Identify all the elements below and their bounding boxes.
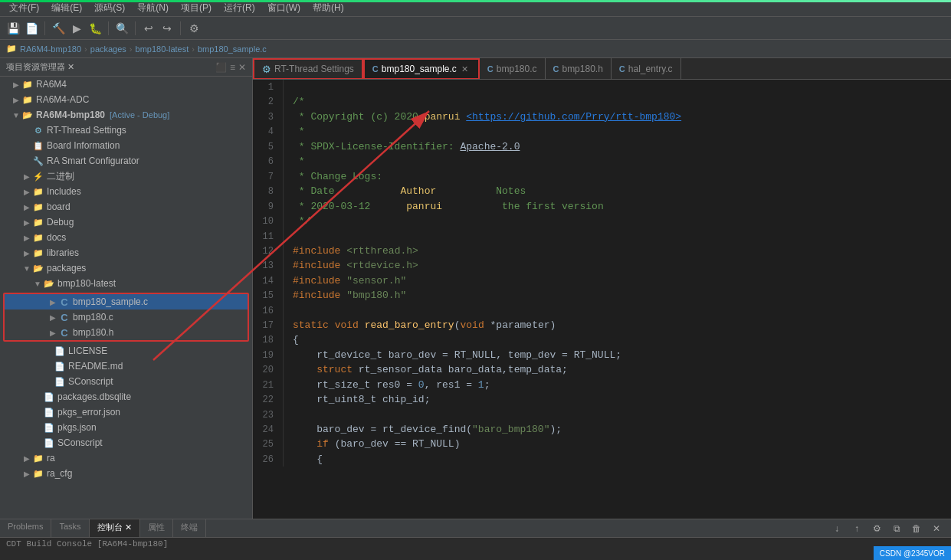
- tree-item-bmp180-latest[interactable]: ▼ 📂 bmp180-latest: [0, 276, 252, 291]
- tree-item-ra6m4-bmp180[interactable]: ▼ 📂 RA6M4-bmp180 [Active - Debug]: [0, 107, 252, 123]
- code-line-25: 25 if (baro_dev == RT_NULL): [253, 437, 951, 452]
- panel-menu-icon[interactable]: ≡: [230, 62, 235, 73]
- board-icon: 📋: [32, 139, 44, 152]
- toolbar-undo[interactable]: ↩: [140, 20, 157, 37]
- menu-help[interactable]: 帮助(H): [307, 0, 350, 16]
- ra-icon: 🔧: [32, 155, 44, 167]
- tree-arrow: ▶: [21, 470, 32, 478]
- tree-item-bmp180-h[interactable]: ▶ C bmp180.h: [5, 325, 248, 340]
- panel-collapse-icon[interactable]: ⬛: [215, 62, 227, 73]
- tab-bmp180-sample[interactable]: C bmp180_sample.c ✕: [363, 58, 480, 80]
- bottom-arrow-up[interactable]: ↑: [848, 520, 865, 537]
- file-icon: 📄: [43, 391, 55, 403]
- tab-hal-entry[interactable]: C hal_entry.c: [612, 58, 681, 80]
- bottom-copy[interactable]: ⧉: [888, 520, 905, 537]
- tree-item-readme[interactable]: 📄 README.md: [0, 359, 252, 374]
- tree-item-sconscript2[interactable]: 📄 SConscript: [0, 374, 252, 389]
- folder-icon: 📁: [21, 93, 34, 106]
- tree-item-libraries[interactable]: ▶ 📁 libraries: [0, 245, 252, 260]
- breadcrumb: 📁 RA6M4-bmp180 › packages › bmp180-lates…: [0, 40, 951, 58]
- toolbar-search[interactable]: 🔍: [113, 20, 130, 37]
- code-line-5: 5 * SPDX-License-Identifier: Apache-2.0: [253, 139, 951, 155]
- toolbar-build[interactable]: 🔨: [50, 20, 67, 37]
- tree-item-ra[interactable]: ▶ 📁 ra: [0, 450, 252, 466]
- tree-label: ra_cfg: [47, 468, 72, 479]
- bottom-tab-properties[interactable]: 属性: [140, 519, 173, 537]
- bottom-arrow-down[interactable]: ↓: [828, 520, 845, 537]
- tree-item-ra6m4[interactable]: ▶ 📁 RA6M4: [0, 77, 252, 92]
- tree-item-bmp180-sample[interactable]: ▶ C bmp180_sample.c: [5, 294, 248, 309]
- tree-label: bmp180.h: [73, 327, 113, 338]
- tree-item-binary[interactable]: ▶ ⚡ 二进制: [0, 169, 252, 184]
- toolbar-run[interactable]: ▶: [68, 20, 85, 37]
- tree-item-debug[interactable]: ▶ 📁 Debug: [0, 215, 252, 230]
- code-line-8: 8 * Date Author Notes: [253, 184, 951, 199]
- tab-rt-thread-settings[interactable]: ⚙ RT-Thread Settings: [253, 58, 363, 80]
- tree-item-packages[interactable]: ▼ 📂 packages: [0, 260, 252, 276]
- bottom-settings[interactable]: ⚙: [868, 520, 885, 537]
- tree-item-includes[interactable]: ▶ 📁 Includes: [0, 184, 252, 199]
- tab-bmp180-c[interactable]: C bmp180.c: [480, 58, 546, 80]
- tree-arrow: ▼: [21, 264, 32, 273]
- tree-item-ra-cfg[interactable]: ▶ 📁 ra_cfg: [0, 466, 252, 481]
- menu-window[interactable]: 窗口(W): [261, 0, 307, 16]
- menu-file[interactable]: 文件(F): [3, 0, 45, 16]
- tab-settings-icon: ⚙: [262, 64, 271, 75]
- toolbar-debug[interactable]: 🐛: [87, 20, 103, 37]
- panel-close-icon[interactable]: ✕: [238, 62, 246, 73]
- tree-arrow: [21, 157, 32, 165]
- menu-nav[interactable]: 导航(N): [131, 0, 175, 16]
- tree-arrow: [32, 424, 43, 432]
- toolbar-redo[interactable]: ↪: [159, 20, 175, 37]
- menu-source[interactable]: 源码(S): [88, 0, 131, 16]
- menu-run[interactable]: 运行(R): [218, 0, 261, 16]
- toolbar-save[interactable]: 💾: [5, 20, 21, 37]
- breadcrumb-file[interactable]: bmp180_sample.c: [198, 44, 267, 54]
- tab-close-icon[interactable]: ✕: [460, 64, 471, 74]
- bottom-close[interactable]: ✕: [928, 520, 945, 537]
- tab-bmp180-h[interactable]: C bmp180.h: [546, 58, 612, 80]
- bottom-tab-console[interactable]: 控制台 ✕: [90, 519, 140, 537]
- breadcrumb-bmp180-latest[interactable]: bmp180-latest: [136, 44, 189, 54]
- file-icon: 📄: [43, 406, 55, 418]
- bottom-tab-problems[interactable]: Problems: [0, 519, 51, 537]
- tree-arrow: ▶: [21, 454, 32, 463]
- bottom-tab-tasks[interactable]: Tasks: [51, 519, 89, 537]
- tree-item-license[interactable]: 📄 LICENSE: [0, 343, 252, 359]
- tree-item-packages-db[interactable]: 📄 packages.dbsqlite: [0, 389, 252, 404]
- toolbar-new[interactable]: 📄: [23, 20, 40, 37]
- bottom-tab-terminal[interactable]: 终端: [173, 519, 206, 537]
- tree-item-board[interactable]: ▶ 📁 board: [0, 199, 252, 215]
- panel-header: 项目资源管理器 ✕ ⬛ ≡ ✕: [0, 58, 252, 77]
- code-line-23: 23: [253, 408, 951, 422]
- tree-arrow: ▶: [11, 96, 21, 104]
- tree-arrow: ▼: [32, 280, 43, 288]
- menu-edit[interactable]: 编辑(E): [45, 0, 88, 16]
- toolbar-settings[interactable]: ⚙: [185, 20, 202, 37]
- h-file-icon: C: [58, 326, 71, 339]
- tree-item-pkgs-error[interactable]: 📄 pkgs_error.json: [0, 404, 252, 420]
- tab-c-icon: C: [487, 64, 494, 74]
- code-line-4: 4 *: [253, 124, 951, 139]
- tree-item-docs[interactable]: ▶ 📁 docs: [0, 230, 252, 245]
- folder-icon: 📁: [32, 247, 44, 259]
- right-panel: ⚙ RT-Thread Settings C bmp180_sample.c ✕…: [253, 58, 951, 519]
- menu-project[interactable]: 项目(P): [175, 0, 218, 16]
- tree-item-bmp180-c[interactable]: ▶ C bmp180.c: [5, 309, 248, 325]
- tree-label: Board Information: [47, 140, 120, 151]
- code-line-21: 21 rt_size_t res0 = 0, res1 = 1;: [253, 378, 951, 393]
- tree-item-rt-thread-settings[interactable]: ⚙ RT-Thread Settings: [0, 123, 252, 138]
- breadcrumb-packages[interactable]: packages: [90, 44, 126, 54]
- tree-item-sconscript[interactable]: 📄 SConscript: [0, 435, 252, 450]
- breadcrumb-project[interactable]: RA6M4-bmp180: [20, 44, 81, 54]
- code-editor[interactable]: 1 2 /* 3 * Copyright (c) 2020 panrui <ht…: [253, 80, 951, 519]
- toolbar-sep-1: [44, 21, 45, 35]
- tree-item-board-info[interactable]: 📋 Board Information: [0, 138, 252, 153]
- tree-label: RA6M4-bmp180: [36, 110, 105, 120]
- bottom-clear[interactable]: 🗑: [908, 520, 925, 537]
- bottom-tabs: Problems Tasks 控制台 ✕ 属性 终端 ↓ ↑ ⚙ ⧉ 🗑 ✕: [0, 519, 951, 538]
- tree-item-pkgs-json[interactable]: 📄 pkgs.json: [0, 420, 252, 435]
- code-line-19: 19 rt_device_t baro_dev = RT_NULL, temp_…: [253, 348, 951, 363]
- tree-item-ra6m4-adc[interactable]: ▶ 📁 RA6M4-ADC: [0, 92, 252, 107]
- tree-item-ra-smart[interactable]: 🔧 RA Smart Configurator: [0, 153, 252, 169]
